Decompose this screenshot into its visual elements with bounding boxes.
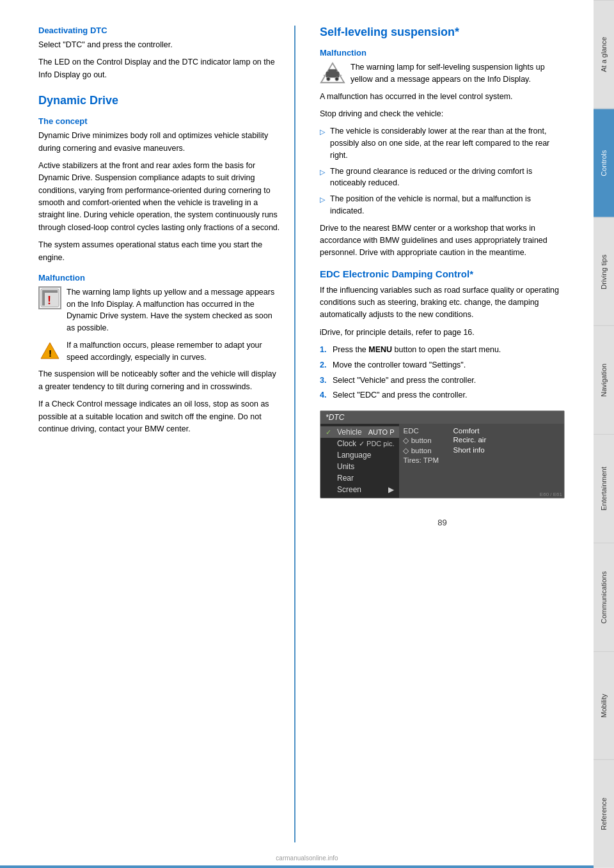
edc-menu-row-language: Language — [320, 449, 399, 461]
step-num-2: 2. — [320, 359, 329, 371]
edc-sub-panel: EDC Comfort ◇ button Recirc. air ◇ butto… — [399, 424, 564, 498]
bullet-item-2: ▷ The ground clearance is reduced or the… — [320, 166, 565, 190]
clock-value: ✓ PDC pic. — [359, 440, 394, 448]
bullet-text-3: The position of the vehicle is normal, b… — [330, 193, 565, 217]
screen-arrow: ▶ — [388, 485, 394, 494]
self-leveling-bullet-list: ▷ The vehicle is considerably lower at t… — [320, 125, 565, 217]
svg-point-9 — [326, 77, 330, 81]
self-leveling-malfunction-body3: Drive to the nearest BMW center or a wor… — [320, 222, 565, 260]
left-column: Deactivating DTC Select "DTC" and press … — [38, 26, 281, 842]
edc-step-4: 4. Select "EDC" and press the controller… — [320, 389, 565, 401]
svg-rect-8 — [328, 69, 336, 74]
tab-mobility[interactable]: Mobility — [594, 651, 614, 760]
tab-communications[interactable]: Communications — [594, 543, 614, 651]
svg-point-10 — [335, 77, 339, 81]
units-label: Units — [337, 462, 354, 471]
edc-menu-list: ✓ Vehicle AUTO P Clock ✓ PDC pic. — [320, 424, 399, 498]
tab-label-at-a-glance: At a glance — [600, 37, 608, 72]
self-leveling-warning-box: The warning lamp for self-leveling suspe… — [320, 61, 565, 86]
tab-controls[interactable]: Controls — [594, 109, 614, 217]
warning-lamp-icon: ! — [38, 286, 61, 309]
tab-at-a-glance[interactable]: At a glance — [594, 0, 614, 109]
edc-heading: EDC Electronic Damping Control* — [320, 268, 565, 279]
column-divider — [294, 26, 295, 842]
self-leveling-malfunction-heading: Malfunction — [320, 48, 565, 58]
vehicle-label: Vehicle — [337, 428, 362, 437]
edc-sub-label-button2: ◇ button — [403, 446, 448, 455]
edc-menu-screenshot: *DTC ✓ Vehicle AUTO P — [320, 410, 565, 499]
tab-driving-tips[interactable]: Driving tips — [594, 217, 614, 326]
edc-sub-row-button2: ◇ button Short info — [403, 446, 560, 456]
tab-label-controls: Controls — [600, 150, 608, 176]
edc-menu-title: *DTC — [320, 411, 564, 424]
self-leveling-warning-text: The warning lamp for self-leveling suspe… — [350, 61, 565, 86]
bullet-item-3: ▷ The position of the vehicle is normal,… — [320, 193, 565, 217]
edc-idrive-note: iDrive, for principle details, refer to … — [320, 327, 565, 339]
bullet-arrow-3: ▷ — [320, 194, 325, 217]
edc-step-2: 2. Move the controller toward "Settings"… — [320, 359, 565, 371]
step-num-3: 3. — [320, 375, 329, 387]
edc-menu-row-vehicle: ✓ Vehicle AUTO P — [320, 426, 399, 438]
concept-body3: The system assumes operational status ea… — [38, 239, 281, 264]
tab-label-entertainment: Entertainment — [600, 467, 608, 510]
deactivating-dtc-body1: Select "DTC" and press the controller. — [38, 39, 281, 51]
bullet-arrow-1: ▷ — [320, 127, 325, 161]
right-column: Self-leveling suspension* Malfunction — [320, 26, 565, 842]
tab-label-reference: Reference — [600, 798, 608, 830]
edc-sub-value-button1: Recirc. air — [453, 436, 486, 445]
bullet-arrow-2: ▷ — [320, 167, 325, 190]
dynamic-drive-heading: Dynamic Drive — [38, 94, 281, 107]
vehicle-checkmark: ✓ — [326, 428, 335, 437]
edc-sub-label-button1: ◇ button — [403, 436, 448, 445]
clock-label: Clock — [337, 439, 356, 448]
triangle-warning-icon: ! — [38, 339, 61, 362]
tab-label-driving-tips: Driving tips — [600, 254, 608, 289]
language-label: Language — [337, 451, 371, 460]
edc-screenshot: *DTC ✓ Vehicle AUTO P — [320, 410, 565, 499]
deactivating-dtc-heading: Deactivating DTC — [38, 26, 281, 35]
malfunction-body1: The suspension will be noticeably softer… — [38, 368, 281, 393]
tab-label-communications: Communications — [600, 571, 608, 623]
svg-text:!: ! — [47, 294, 51, 307]
edc-menu-row-screen: Screen ▶ — [320, 484, 399, 495]
edc-stamp-text: E60 / E61 — [540, 492, 562, 497]
malfunction-body2: If a Check Control message indicates an … — [38, 398, 281, 435]
tab-label-navigation: Navigation — [600, 364, 608, 397]
edc-menu-content: ✓ Vehicle AUTO P Clock ✓ PDC pic. — [320, 424, 564, 498]
edc-menu-title-text: *DTC — [326, 413, 344, 422]
tab-reference[interactable]: Reference — [594, 759, 614, 868]
edc-sub-row-edc: EDC Comfort — [403, 426, 560, 435]
edc-sub-value-button2: Short info — [453, 446, 484, 455]
bullet-text-2: The ground clearance is reduced or the d… — [330, 166, 565, 190]
idrive-note-text: iDrive, for principle details, refer to … — [320, 328, 475, 337]
step-text-1: Press the MENU button to open the start … — [333, 344, 501, 356]
step-text-4: Select "EDC" and press the controller. — [333, 389, 467, 401]
edc-sub-row-button1: ◇ button Recirc. air — [403, 435, 560, 446]
self-leveling-malfunction-body2: Stop driving and check the vehicle: — [320, 108, 565, 120]
vehicle-value: AUTO P — [368, 428, 395, 436]
edc-sub-value-edc: Comfort — [453, 427, 479, 435]
bullet-item-1: ▷ The vehicle is considerably lower at t… — [320, 125, 565, 161]
step-num-1: 1. — [320, 344, 329, 356]
tab-entertainment[interactable]: Entertainment — [594, 434, 614, 543]
malfunction-note-text: If a malfunction occurs, please remember… — [67, 339, 281, 364]
edc-menu-row-clock: Clock ✓ PDC pic. — [320, 438, 399, 449]
edc-menu-row-units: Units — [320, 461, 399, 472]
edc-step-1: 1. Press the MENU button to open the sta… — [320, 344, 565, 356]
rear-label: Rear — [337, 474, 354, 483]
bottom-bar — [0, 865, 594, 868]
svg-rect-2 — [42, 290, 45, 306]
side-tab-bar: At a glance Controls Driving tips Naviga… — [594, 0, 614, 868]
dynamic-drive-section: Dynamic Drive The concept Dynamic Drive … — [38, 94, 281, 435]
malfunction-note-box: ! If a malfunction occurs, please rememb… — [38, 339, 281, 364]
step-num-4: 4. — [320, 389, 329, 401]
edc-sub-label-tires: Tires: TPM — [403, 456, 448, 464]
bullet-text-1: The vehicle is considerably lower at the… — [330, 125, 565, 161]
concept-heading: The concept — [38, 116, 281, 126]
edc-body1: If the influencing variables such as roa… — [320, 284, 565, 322]
edc-sub-row-tires: Tires: TPM — [403, 456, 560, 465]
tab-navigation[interactable]: Navigation — [594, 325, 614, 434]
self-leveling-malfunction-body1: A malfunction has occurred in the level … — [320, 91, 565, 103]
step-text-3: Select "Vehicle" and press the controlle… — [333, 375, 476, 387]
edc-steps: 1. Press the MENU button to open the sta… — [320, 344, 565, 401]
